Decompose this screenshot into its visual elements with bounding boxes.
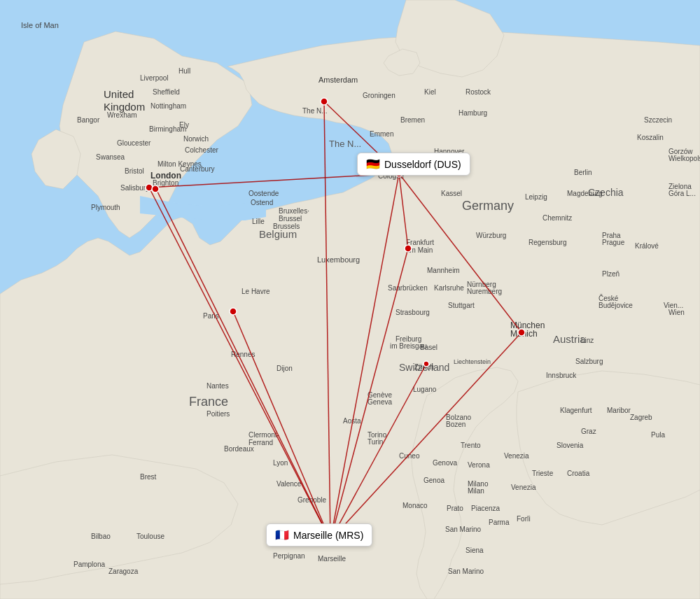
- svg-text:Rostock: Rostock: [465, 88, 491, 96]
- svg-text:Strasbourg: Strasbourg: [396, 309, 430, 316]
- svg-text:Ferrand: Ferrand: [248, 439, 273, 446]
- svg-text:Hull: Hull: [178, 67, 190, 75]
- svg-text:Gloucester: Gloucester: [117, 139, 151, 147]
- svg-text:Venezia: Venezia: [504, 452, 529, 460]
- svg-text:Forlì: Forlì: [517, 515, 531, 523]
- svg-text:Brussels: Brussels: [273, 223, 300, 230]
- svg-text:Hamburg: Hamburg: [458, 109, 487, 117]
- svg-text:Leipzig: Leipzig: [525, 193, 547, 201]
- svg-text:Lyon: Lyon: [273, 459, 288, 467]
- svg-text:Dijon: Dijon: [276, 365, 293, 372]
- svg-text:Canterbury: Canterbury: [180, 165, 214, 173]
- svg-text:Valence: Valence: [276, 480, 302, 488]
- map-container: Isle of Man United Kingdom France German…: [0, 0, 700, 599]
- svg-text:Kiel: Kiel: [424, 88, 436, 96]
- svg-text:San Marino: San Marino: [448, 568, 484, 575]
- svg-text:The N...: The N...: [329, 139, 361, 149]
- svg-text:Berlin: Berlin: [574, 169, 592, 176]
- svg-text:Klagenfurt: Klagenfurt: [560, 407, 592, 414]
- svg-text:Toulouse: Toulouse: [136, 533, 164, 540]
- svg-text:Stuttgart: Stuttgart: [448, 302, 475, 309]
- svg-point-160: [396, 170, 402, 177]
- svg-text:Bilbao: Bilbao: [91, 533, 111, 540]
- svg-text:Parma: Parma: [489, 519, 510, 526]
- svg-text:Brussel: Brussel: [279, 215, 302, 223]
- svg-text:Wien: Wien: [668, 309, 685, 316]
- svg-text:Amsterdam: Amsterdam: [318, 76, 358, 84]
- svg-text:Mannheim: Mannheim: [427, 267, 460, 274]
- svg-text:Monaco: Monaco: [402, 502, 428, 509]
- svg-text:Pamplona: Pamplona: [74, 561, 105, 568]
- svg-text:Ostend: Ostend: [251, 199, 273, 206]
- svg-text:Zaragoza: Zaragoza: [108, 568, 139, 575]
- svg-text:Lille: Lille: [252, 218, 265, 225]
- svg-text:Nantes: Nantes: [206, 382, 229, 390]
- svg-point-156: [230, 308, 237, 315]
- svg-text:Emmen: Emmen: [370, 130, 393, 138]
- svg-text:Vien...: Vien...: [664, 302, 683, 309]
- svg-text:Slovenia: Slovenia: [556, 442, 584, 449]
- svg-text:Wrexham: Wrexham: [107, 111, 137, 119]
- svg-text:Isle of Man: Isle of Man: [21, 21, 59, 29]
- svg-text:Linz: Linz: [581, 337, 594, 344]
- svg-text:Nuremberg: Nuremberg: [467, 288, 502, 295]
- svg-text:Swansea: Swansea: [96, 153, 125, 161]
- svg-text:Colchester: Colchester: [185, 146, 218, 154]
- svg-text:Sheffield: Sheffield: [153, 88, 180, 96]
- svg-text:Siena: Siena: [465, 547, 484, 554]
- svg-text:Germany: Germany: [462, 199, 514, 213]
- svg-text:Regensburg: Regensburg: [528, 239, 566, 246]
- svg-text:Prague: Prague: [602, 239, 625, 246]
- svg-text:Bielefeld: Bielefeld: [426, 169, 452, 176]
- svg-text:Koszalin: Koszalin: [637, 134, 664, 141]
- svg-text:Bangor: Bangor: [77, 116, 100, 124]
- svg-text:Geneva: Geneva: [368, 398, 392, 406]
- svg-text:Basel: Basel: [420, 344, 438, 351]
- svg-text:Oostende: Oostende: [248, 190, 279, 197]
- svg-text:Králové: Králové: [635, 242, 659, 250]
- svg-text:San Marino: San Marino: [445, 526, 482, 533]
- svg-text:Cuneo: Cuneo: [399, 452, 420, 460]
- svg-text:United: United: [104, 88, 134, 100]
- svg-text:Genoa: Genoa: [424, 477, 444, 484]
- svg-text:Bremen: Bremen: [400, 116, 425, 124]
- svg-point-155: [152, 185, 159, 192]
- svg-text:Perpignan: Perpignan: [273, 552, 305, 560]
- svg-text:Innsbruck: Innsbruck: [546, 372, 577, 379]
- svg-text:Verona: Verona: [468, 461, 490, 469]
- svg-text:Trieste: Trieste: [532, 470, 554, 477]
- svg-text:Milan: Milan: [468, 487, 484, 495]
- svg-text:Pula: Pula: [651, 431, 665, 439]
- svg-text:Saarbrücken: Saarbrücken: [388, 284, 428, 292]
- svg-text:Trento: Trento: [461, 442, 481, 449]
- svg-text:Bristol: Bristol: [125, 167, 144, 175]
- svg-text:Budějovice: Budějovice: [598, 302, 633, 309]
- svg-text:Wielkopolski: Wielkopolski: [668, 155, 700, 162]
- svg-text:Ely: Ely: [179, 121, 189, 129]
- svg-point-158: [405, 245, 412, 252]
- svg-text:Norwich: Norwich: [183, 135, 209, 143]
- svg-text:Salisbury: Salisbury: [120, 184, 149, 192]
- svg-text:Bruxelles·: Bruxelles·: [279, 207, 309, 215]
- svg-text:The N...: The N...: [302, 107, 328, 115]
- svg-text:Le Havre: Le Havre: [241, 288, 270, 295]
- svg-text:Turin: Turin: [368, 438, 383, 446]
- svg-text:Graz: Graz: [581, 428, 596, 435]
- svg-point-161: [327, 537, 334, 544]
- svg-text:Góra L...: Góra L...: [668, 190, 696, 197]
- svg-point-157: [321, 98, 328, 105]
- svg-text:Zagreb: Zagreb: [630, 414, 652, 421]
- svg-text:Poitiers: Poitiers: [206, 410, 230, 418]
- svg-text:Salzburg: Salzburg: [575, 358, 603, 365]
- svg-text:Bozen: Bozen: [446, 421, 465, 428]
- svg-text:London: London: [150, 171, 181, 181]
- svg-point-162: [424, 361, 429, 367]
- svg-point-159: [518, 329, 525, 336]
- svg-text:Würzburg: Würzburg: [476, 232, 506, 239]
- svg-text:Maribor: Maribor: [607, 407, 631, 414]
- svg-text:Szczecin: Szczecin: [644, 116, 672, 124]
- svg-text:Luxembourg: Luxembourg: [317, 255, 360, 264]
- svg-text:Plzeň: Plzeň: [602, 270, 620, 278]
- svg-text:Nottingham: Nottingham: [150, 102, 186, 110]
- svg-text:Venezia: Venezia: [511, 484, 536, 491]
